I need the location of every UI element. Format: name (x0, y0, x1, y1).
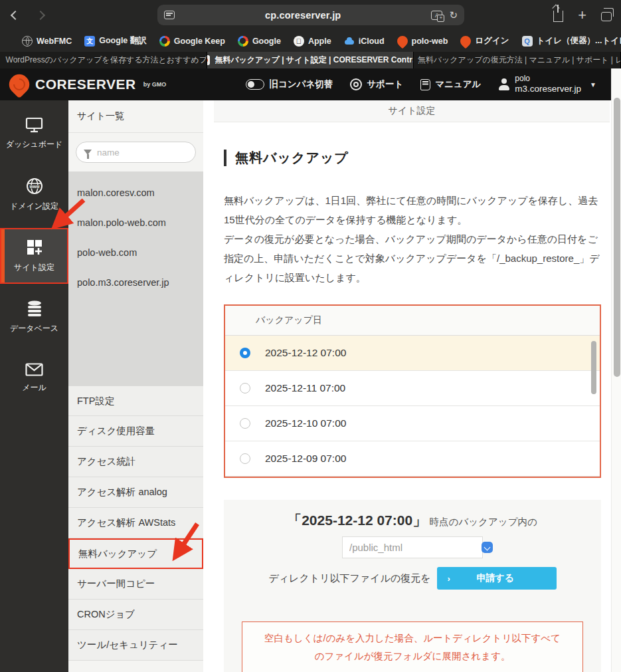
bookmark-item[interactable]: Google Keep (159, 36, 225, 47)
menu-item-server-copy[interactable]: サーバー間コピー (68, 569, 203, 600)
browser-window: cp.coreserver.jp A ↻ + WebFMC 文Google 翻訳… (0, 0, 621, 672)
back-button[interactable] (5, 5, 25, 25)
legacy-panel-toggle[interactable]: 旧コンパネ切替 (246, 78, 333, 90)
tab-bar: WordPressのバックアップを保存する方法とおすすめプ… 無料バックアップ … (0, 52, 621, 68)
google-translate-icon: 文 (84, 36, 95, 47)
backup-row[interactable]: 2025-12-09 07:00 (225, 441, 600, 477)
sidebar-item-site-settings[interactable]: サイト設定 (0, 228, 68, 284)
radio-icon[interactable] (240, 383, 250, 393)
menu-item-access-stats[interactable]: アクセス統計 (68, 447, 203, 477)
forward-button[interactable] (31, 5, 50, 25)
logo-text: CORESERVER (35, 76, 136, 92)
backup-row[interactable]: 2025-12-12 07:00 (225, 336, 600, 371)
svg-text:www: www (29, 184, 40, 189)
google-icon (159, 36, 170, 47)
tab-free-backup-active[interactable]: 無料バックアップ | サイト設定 | CORESERVER Contr… (207, 52, 414, 68)
reader-view-icon[interactable] (164, 11, 175, 19)
url-text[interactable]: cp.coreserver.jp (175, 10, 431, 21)
chevron-down-icon: ▼ (590, 81, 596, 88)
coreserver-logo-icon (5, 70, 33, 98)
translate-icon[interactable]: A (431, 11, 442, 20)
page-scrollbar[interactable] (611, 68, 621, 672)
sidebar-item-dashboard[interactable]: ダッシュボード (0, 106, 68, 162)
monitor-icon (25, 117, 43, 133)
coreserver-flame-icon (458, 33, 474, 49)
page-scrollbar-thumb[interactable] (614, 98, 620, 377)
share-icon[interactable] (553, 11, 563, 22)
menu-item-cron[interactable]: CRONジョブ (68, 600, 203, 630)
site-filter-input[interactable] (97, 148, 177, 158)
apple-icon:  (294, 36, 304, 47)
title-accent-bar (224, 150, 226, 166)
reload-icon[interactable]: ↻ (449, 9, 458, 21)
bookmark-item[interactable]: iCloud (344, 36, 385, 47)
menu-item-free-backup[interactable]: 無料バックアップ (68, 538, 203, 569)
primary-sidebar: ダッシュボード www ドメイン設定 サイト設定 データベース メール (0, 100, 68, 672)
tab-overview-icon[interactable] (601, 12, 612, 21)
menu-item-tools-security[interactable]: ツール/セキュリティー (68, 630, 203, 661)
tab-wordpress-backup[interactable]: WordPressのバックアップを保存する方法とおすすめプ… (0, 52, 207, 68)
manual-link[interactable]: マニュアル (420, 78, 481, 90)
tab-restore-manual[interactable]: 無料バックアップの復元方法 | マニュアル | サポート | レ… (414, 52, 621, 68)
breadcrumb-bar: サイト設定 (214, 100, 610, 122)
table-scrollbar-thumb[interactable] (591, 341, 596, 394)
radio-selected-icon[interactable] (240, 348, 250, 358)
google-icon (238, 36, 248, 47)
site-item[interactable]: polo-web.com (68, 237, 203, 267)
lifering-icon (350, 78, 362, 90)
sidebar-item-domain[interactable]: www ドメイン設定 (0, 167, 68, 223)
restore-path-combobox[interactable] (342, 536, 483, 558)
filter-funnel-icon (84, 150, 92, 155)
bookmark-item[interactable]: Apple (294, 36, 331, 47)
mail-icon (25, 363, 43, 376)
support-link[interactable]: サポート (350, 78, 403, 90)
backup-table-header: バックアップ日 (225, 306, 600, 336)
bookmark-item[interactable]: ログイン (460, 35, 509, 47)
bookmark-item[interactable]: 文Google 翻訳 (84, 35, 147, 47)
combobox-dropdown-icon[interactable] (482, 542, 493, 553)
new-tab-button[interactable]: + (578, 9, 586, 22)
site-item[interactable]: malon.polo-web.com (68, 207, 203, 237)
forward-icon (36, 10, 45, 19)
account-menu[interactable]: polo m3.coreserver.jp ▼ (498, 74, 596, 95)
logo-suffix: by GMO (143, 81, 167, 88)
bookmark-item[interactable]: WebFMC (22, 36, 72, 47)
site-list-title: サイト一覧 (68, 100, 203, 133)
bookmark-item[interactable]: Qトイレ（便器）...トイレ交換】 (522, 35, 621, 47)
secondary-sidebar: サイト一覧 malon.coresv.com malon.polo-web.co… (68, 100, 203, 672)
menu-item-awstats[interactable]: アクセス解析 AWStats (68, 508, 203, 538)
menu-item-analog[interactable]: アクセス解析 analog (68, 477, 203, 508)
radio-icon[interactable] (240, 418, 250, 429)
coreserver-favicon (207, 55, 210, 65)
site-filter[interactable] (76, 142, 196, 163)
browser-titlebar: cp.coreserver.jp A ↻ + (0, 0, 621, 30)
icloud-icon (344, 36, 355, 47)
backup-row[interactable]: 2025-12-11 07:00 (225, 371, 600, 406)
backup-row[interactable]: 2025-12-10 07:00 (225, 406, 600, 441)
restore-panel: 「2025-12-12 07:00」 時点のバックアップ内の ディレクトリ以下フ… (224, 500, 601, 672)
app-header: CORESERVER by GMO 旧コンパネ切替 サポート マニュアル pol… (0, 68, 611, 100)
bookmark-item[interactable]: polo-web (397, 36, 448, 47)
coreserver-logo[interactable]: CORESERVER by GMO (9, 74, 166, 94)
globe-icon (22, 36, 33, 47)
site-item[interactable]: malon.coresv.com (68, 177, 203, 207)
menu-item-ftp[interactable]: FTP設定 (68, 386, 203, 416)
selected-backup-date: 「2025-12-12 07:00」 (288, 512, 426, 528)
toggle-icon[interactable] (246, 79, 264, 90)
site-settings-menu: FTP設定 ディスク使用容量 アクセス統計 アクセス解析 analog アクセス… (68, 386, 203, 661)
restore-path-input[interactable] (343, 542, 482, 553)
radio-icon[interactable] (240, 453, 250, 464)
back-icon (11, 10, 20, 19)
bookmarks-bar: WebFMC 文Google 翻訳 Google Keep Google Ap… (0, 30, 621, 52)
address-bar[interactable]: cp.coreserver.jp A ↻ (157, 5, 464, 25)
restore-label: ディレクトリ以下ファイルの復元を (268, 572, 430, 585)
sidebar-item-database[interactable]: データベース (0, 289, 68, 345)
menu-item-disk-usage[interactable]: ディスク使用容量 (68, 416, 203, 447)
coreserver-flame-icon (395, 33, 410, 49)
backup-date-table: バックアップ日 2025-12-12 07:00 2025-12-11 07:0… (224, 304, 601, 478)
sidebar-item-mail[interactable]: メール (0, 350, 68, 406)
bookmark-item[interactable]: Google (238, 36, 281, 47)
rabbit-favicon (0, 55, 1, 65)
site-item[interactable]: polo.m3.coreserver.jp (68, 267, 203, 297)
apply-restore-button[interactable]: › 申請する (437, 567, 557, 590)
